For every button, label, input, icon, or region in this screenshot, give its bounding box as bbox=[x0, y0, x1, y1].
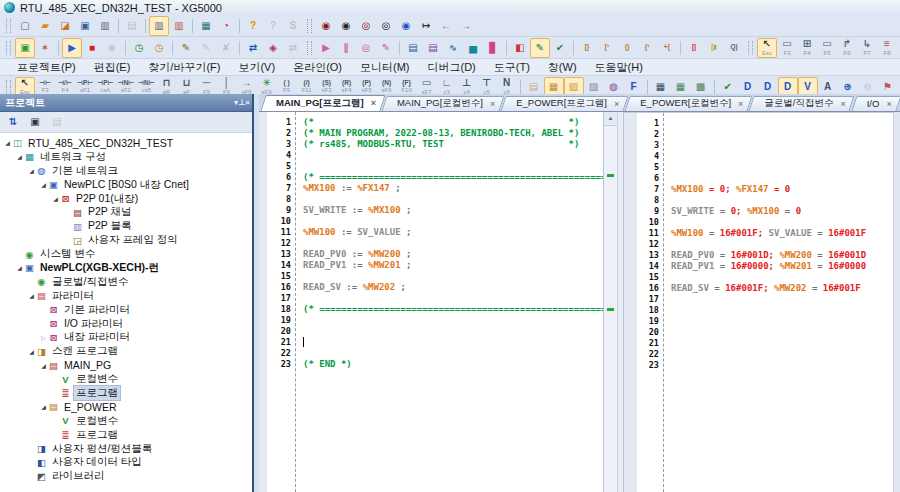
tree-item-io-parameter[interactable]: ⊠I/O 파라미터 bbox=[0, 317, 252, 331]
bracket-reset-1-button[interactable]: {¹ bbox=[637, 38, 657, 58]
force-lamp-button[interactable]: Q) bbox=[724, 38, 744, 58]
tree-expander-icon[interactable]: ◢ bbox=[27, 167, 36, 174]
monitor-pause-button[interactable]: ∥ bbox=[336, 38, 356, 58]
menu-item-project[interactable]: 프로젝트(P) bbox=[8, 60, 85, 75]
tree-item-basic-parameter[interactable]: ⊠기본 파라미터 bbox=[0, 303, 252, 317]
tab-close-icon[interactable]: × bbox=[840, 99, 845, 109]
monitor-f6-button[interactable]: ↱F6 bbox=[837, 38, 857, 58]
help-button[interactable]: ? bbox=[243, 16, 263, 36]
tree-expander-icon[interactable]: ◢ bbox=[39, 403, 48, 410]
monitor-pane[interactable]: 1234567891011121314151617181920212223 %M… bbox=[623, 112, 893, 492]
monitor-f4-button[interactable]: ⊞F4 bbox=[797, 38, 817, 58]
monitor-f8-button[interactable]: ≡F8 bbox=[877, 38, 897, 58]
device-monitor-button[interactable]: ▤ bbox=[403, 38, 423, 58]
special-module-monitor-button[interactable]: ▤ bbox=[423, 38, 443, 58]
disconnect-button[interactable]: ⇄ bbox=[283, 38, 303, 58]
tree-expander-icon[interactable]: ▷ bbox=[39, 334, 48, 341]
tree-item-network-config[interactable]: ◢▦네트워크 구성 bbox=[0, 150, 252, 164]
memory-table-button[interactable]: ▦ bbox=[196, 16, 216, 36]
tree-item-e-power-localvar[interactable]: V로컬변수 bbox=[0, 414, 252, 428]
custom-monitor-button[interactable]: ▊ bbox=[483, 38, 503, 58]
tree-item-scan-program[interactable]: ◢◨스캔 프로그램 bbox=[0, 344, 252, 358]
tab-close-icon[interactable]: × bbox=[738, 99, 743, 109]
read-parameter-button[interactable]: ✎ bbox=[196, 38, 216, 58]
forced-io-button[interactable]: ◧ bbox=[510, 38, 530, 58]
build-all-button[interactable]: ✶ bbox=[35, 38, 55, 58]
navigate-back-button[interactable]: ← bbox=[436, 16, 456, 36]
monitor-esc-mode-button[interactable]: ↖Esc bbox=[757, 38, 777, 58]
menu-item-monitor[interactable]: 모니터(M) bbox=[351, 60, 419, 75]
bracket-add-button[interactable]: +{ bbox=[657, 38, 677, 58]
monitor-find-button[interactable]: ◎ bbox=[356, 38, 376, 58]
print-setup-button[interactable]: ▥ bbox=[169, 16, 189, 36]
menu-item-tools[interactable]: 도구(T) bbox=[485, 60, 539, 75]
tree-item-user-function[interactable]: ◨사용자 펑션/펑션블록 bbox=[0, 442, 252, 456]
tree-item-newplc-xgb[interactable]: ◢▣NewPLC(XGB-XECH)-런 bbox=[0, 261, 252, 275]
dock-close-icon[interactable]: × bbox=[245, 98, 250, 107]
menu-item-view[interactable]: 보기(V) bbox=[229, 60, 284, 75]
tree-expander-icon[interactable]: ◢ bbox=[39, 362, 48, 369]
monitor-f3-button[interactable]: ▭F3 bbox=[777, 38, 797, 58]
tab-close-icon[interactable]: × bbox=[490, 99, 495, 109]
tree-item-parameter[interactable]: ◢▤파라미터 bbox=[0, 289, 252, 303]
time-setting-button[interactable]: ◷ bbox=[149, 38, 169, 58]
reset-button[interactable]: ⊗ bbox=[102, 38, 122, 58]
editor-code-area[interactable]: (* *)(* MAIN PROGRAM, 2022-08-13, BENIRO… bbox=[296, 112, 603, 492]
tab-close-icon[interactable]: × bbox=[614, 99, 619, 109]
menu-item-help[interactable]: 도움말(H) bbox=[586, 60, 652, 75]
open-project-button[interactable]: ▰ bbox=[35, 16, 55, 36]
clear-parameter-button[interactable]: ✘ bbox=[216, 38, 236, 58]
tree-expander-icon[interactable]: ◢ bbox=[27, 292, 36, 299]
tree-item-library[interactable]: ◩라이브러리 bbox=[0, 469, 252, 483]
menu-item-window[interactable]: 창(W) bbox=[539, 60, 586, 75]
tree-expander-icon[interactable]: ◢ bbox=[3, 139, 12, 146]
print-button[interactable]: ▥ bbox=[95, 16, 115, 36]
navigate-forward-button[interactable]: → bbox=[456, 16, 476, 36]
tree-expander-icon[interactable]: ◢ bbox=[27, 348, 36, 355]
tree-item-basic-network[interactable]: ◢◍기본 네트워크 bbox=[0, 164, 252, 178]
find-again-button[interactable]: ◉ bbox=[396, 16, 416, 36]
runtime-clock-button[interactable]: ◷ bbox=[129, 38, 149, 58]
forced-io-setting-button[interactable]: ✎ bbox=[530, 38, 550, 58]
new-project-button[interactable]: ▢ bbox=[15, 16, 35, 36]
stop-button[interactable]: ■ bbox=[82, 38, 102, 58]
tree-item-e-power[interactable]: ◢▤E_POWER bbox=[0, 400, 252, 414]
menu-item-online[interactable]: 온라인(O) bbox=[284, 60, 351, 75]
simulator-button[interactable]: ◈ bbox=[263, 38, 283, 58]
tree-item-user-frame[interactable]: ◲사용자 프레임 정의 bbox=[0, 233, 252, 247]
data-trace-button[interactable]: ▅ bbox=[463, 38, 483, 58]
tab-e-power-localvar[interactable]: E_POWER[로컬변수]× bbox=[627, 96, 750, 111]
monitor-f7-button[interactable]: ↳F7 bbox=[857, 38, 877, 58]
tab-io[interactable]: I/O× bbox=[854, 96, 899, 111]
tab-main-pg-localvar[interactable]: MAIN_PG[로컬변수]× bbox=[384, 96, 502, 111]
fit-screen-button[interactable]: ▣ bbox=[15, 38, 35, 58]
tree-item-p2p-block[interactable]: ▥P2P 블록 bbox=[0, 219, 252, 233]
write-parameter-button[interactable]: ✎ bbox=[176, 38, 196, 58]
goto-step-button[interactable]: ↦ bbox=[416, 16, 436, 36]
sync-with-editor-button[interactable]: ⇅ bbox=[3, 112, 23, 132]
device-view-button[interactable]: ▣ bbox=[25, 112, 45, 132]
connect-button[interactable]: ⇄ bbox=[243, 38, 263, 58]
paste-button[interactable]: ▤ bbox=[122, 16, 142, 36]
tree-item-newplc-cnet[interactable]: ◢▣NewPLC [B0S0 내장 Cnet] bbox=[0, 178, 252, 192]
st-code-editor[interactable]: 1234567891011121314151617181920212223 (*… bbox=[259, 112, 603, 492]
tree-expander-icon[interactable]: ◢ bbox=[51, 195, 60, 202]
tree-item-main-pg-program[interactable]: ≣프로그램 bbox=[0, 386, 252, 400]
replace-button[interactable]: ◎ bbox=[376, 16, 396, 36]
monitor-scrollbar[interactable] bbox=[893, 112, 900, 492]
tree-item-system-variable[interactable]: ◉시스템 변수 bbox=[0, 247, 252, 261]
bracket-reset-button[interactable]: {) bbox=[617, 38, 637, 58]
scrollbar-up-icon[interactable] bbox=[604, 112, 617, 126]
ssc-button[interactable]: S bbox=[283, 16, 303, 36]
force-input-button[interactable]: [| bbox=[684, 38, 704, 58]
replace-device-button[interactable]: ◎ bbox=[356, 16, 376, 36]
bracket-set-button[interactable]: [} bbox=[577, 38, 597, 58]
tree-item-main-pg[interactable]: ◢▤MAIN_PG bbox=[0, 358, 252, 372]
print-preview-button[interactable]: ▥ bbox=[149, 16, 169, 36]
menu-item-edit[interactable]: 편집(E) bbox=[85, 60, 140, 75]
tree-item-user-data-type[interactable]: ◧사용자 데이터 타입 bbox=[0, 455, 252, 469]
open-from-plc-button[interactable]: ◪ bbox=[55, 16, 75, 36]
tree-item-global-direct-var[interactable]: ◉글로벌/직접변수 bbox=[0, 275, 252, 289]
force-battery-button[interactable]: [▮ bbox=[704, 38, 724, 58]
tree-item-e-power-program[interactable]: ≣프로그램 bbox=[0, 428, 252, 442]
